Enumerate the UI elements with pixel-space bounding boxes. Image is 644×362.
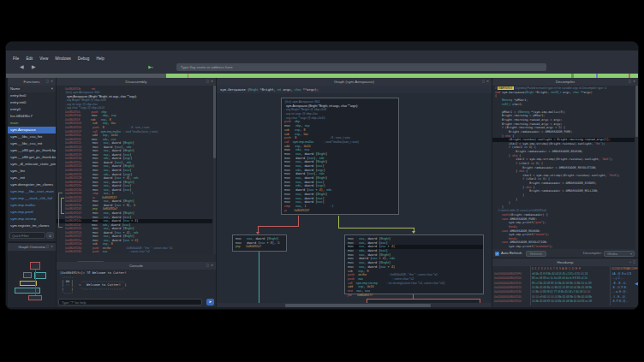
function-item[interactable]: entry.fini0 xyxy=(8,92,56,99)
quick-filter-input[interactable] xyxy=(9,232,45,239)
function-item[interactable]: sym.__libc_csu_fini xyxy=(8,134,56,140)
function-item[interactable]: fcn.080490c7 xyxy=(8,113,56,120)
graph-title: Graph (sym.Aeropause) xyxy=(334,80,374,84)
console-title: Console xyxy=(129,264,143,268)
check-icon: ✓ xyxy=(496,252,498,256)
dock-close-icon[interactable]: ✕ xyxy=(210,264,214,267)
dock-close-icon[interactable]: ✕ xyxy=(50,80,54,83)
graph-overview-title-bar[interactable]: Graph Overview ◻✕ xyxy=(8,243,56,251)
auto-refresh-label: Auto Refresh xyxy=(501,249,522,258)
function-item[interactable]: sym.deregister_tm_clones xyxy=(8,181,56,188)
hexdump-title-bar[interactable]: Hexdump +◻ xyxy=(492,258,638,266)
minimap-edge xyxy=(35,270,36,295)
functions-name-header[interactable]: Name ▾ xyxy=(8,86,56,92)
function-item[interactable]: entry.init0 xyxy=(8,99,56,106)
graph-node-false-branch[interactable]: mov eax, dword [Bright]mov dword [eax + … xyxy=(232,234,287,252)
function-item[interactable]: sym.register_tm_clones xyxy=(8,223,56,229)
chevron-down-icon: ▾ xyxy=(152,66,153,69)
dock-tabs-bar: SectionsDisassemblyDashboardStringsImpor… xyxy=(57,254,216,262)
filter-icon[interactable]: ▾ xyxy=(51,86,53,92)
graph-node-compare[interactable]: mov eax, dword [Bright]mov eax, dword [e… xyxy=(344,234,484,294)
chevron-down-icon: ▾ xyxy=(630,252,632,257)
graph-dock: Graph (sym.Aeropause) ◻✕ sym.Aeropause (… xyxy=(217,78,492,307)
function-item[interactable]: sym._dl_relocate_static_pie xyxy=(8,161,56,168)
hexdump-ascii-header: 0123456789ABCDEF xyxy=(611,267,638,271)
hexdump-table[interactable]: 0 1 2 3 4 5 6 7 8 9 A B C D E F 01234567… xyxy=(492,266,638,307)
console-title-bar[interactable]: Console ◻✕ xyxy=(57,262,216,270)
screen: FileEditViewWindowsDebugHelp ◀ ▶ ▶▾ Func… xyxy=(0,0,644,362)
decompiler-line[interactable]: sym.imp.printf("revolution"); xyxy=(495,245,635,249)
send-arrow-icon: ➤ xyxy=(209,300,212,304)
jump-arrow-line xyxy=(58,193,59,227)
decompiler-select[interactable]: Ghidra ▾ xyxy=(604,251,635,257)
dock-float-icon[interactable]: ◻ xyxy=(632,260,636,264)
graph-overview-minimap[interactable] xyxy=(8,251,56,307)
graph-node-entry[interactable]: ;(fcn) sym.Aeropause 364 sym.Aeropause (… xyxy=(281,98,399,215)
hexdump-row[interactable]: 0x000000000804925010 8b 45 08 89 50 04 8… xyxy=(492,300,638,304)
dock-close-icon[interactable]: ✕ xyxy=(632,80,636,83)
function-item[interactable]: sym.imp.__stack_chk_fail xyxy=(8,195,56,202)
graph-node-line[interactable]: jmp 0x80492a7 xyxy=(236,245,283,249)
function-item[interactable]: sym.imp.strcmp xyxy=(8,216,56,223)
function-item[interactable]: sym.imp.malloc xyxy=(8,202,56,209)
quick-filter-options-button[interactable]: ≣ xyxy=(46,232,54,239)
function-item[interactable]: sym.imp.printf xyxy=(8,209,56,216)
minimap-node xyxy=(20,281,37,286)
function-item[interactable]: main xyxy=(8,120,56,127)
start-debug-button[interactable]: ▶▾ xyxy=(143,63,158,71)
graph-edge-true xyxy=(338,216,339,228)
toolbar: ◀ ▶ ▶▾ xyxy=(6,61,639,74)
back-button[interactable]: ◀ xyxy=(20,63,24,71)
functions-title: Functions xyxy=(23,80,39,84)
menu-bar: FileEditViewWindowsDebugHelp xyxy=(6,50,639,61)
disassembly-scrollbar[interactable] xyxy=(213,86,216,254)
jump-arrow-line xyxy=(58,193,63,193)
function-item[interactable]: sym.__x86.get_pc_thunk.bp xyxy=(8,147,56,154)
graph-overview-dock: Graph Overview ◻✕ xyxy=(8,243,56,307)
disassembly-title-bar[interactable]: Disassembly ◻✕ xyxy=(57,78,216,86)
graph-hscrollbar[interactable] xyxy=(217,303,492,307)
minimap-node xyxy=(28,295,42,300)
functions-title-bar[interactable]: Functions ◻✕ xyxy=(8,78,56,86)
dock-close-icon[interactable]: ✕ xyxy=(50,245,54,248)
function-item[interactable]: entry0 xyxy=(8,106,56,113)
forward-button[interactable]: ▶ xyxy=(32,63,36,71)
decompiler-controls: ✓ Auto Refresh Refresh Decompiler: Ghidr… xyxy=(492,249,638,258)
disassembly-listing: 0x080491fb ret;(fcn) sym.Aeropause 364 s… xyxy=(57,86,212,254)
graph-canvas[interactable]: ;(fcn) sym.Aeropause 364 sym.Aeropause (… xyxy=(217,93,492,303)
hexdump-dock: Hexdump +◻ 0 1 2 3 4 5 6 7 8 9 A B C D E… xyxy=(492,258,638,307)
disassembly-title: Disassembly xyxy=(126,80,147,84)
function-item[interactable]: sym.__libc_csu_init xyxy=(8,140,56,147)
console-input[interactable] xyxy=(58,299,202,306)
jump-arrow-line xyxy=(61,198,62,214)
decompiler-title: Decompiler xyxy=(556,80,575,84)
decompiler-scrollbar[interactable] xyxy=(635,86,638,249)
graph-title-bar[interactable]: Graph (sym.Aeropause) ◻✕ xyxy=(217,78,492,86)
dock-close-icon[interactable]: ✕ xyxy=(486,80,490,83)
graph-overview-title: Graph Overview xyxy=(18,245,45,249)
function-item[interactable]: sym.__x86.get_pc_thunk.bx xyxy=(8,154,56,161)
decompiler-title-bar[interactable]: Decompiler ◻✕ xyxy=(492,78,638,86)
refresh-button[interactable]: Refresh xyxy=(526,251,546,257)
function-item[interactable]: sym._init xyxy=(8,175,56,181)
window-titlebar[interactable] xyxy=(6,42,639,50)
function-item[interactable]: sym.Aeropause xyxy=(8,127,56,134)
hexdump-title: Hexdump xyxy=(558,260,574,264)
decompiler-selector-label: Decompiler: xyxy=(583,249,602,258)
graph-edge-jump xyxy=(259,250,259,303)
function-item[interactable]: sym.imp.__libc_start_main xyxy=(8,188,56,195)
graph-function-signature: sym.Aeropause (Bright *Bright, int argc,… xyxy=(217,86,492,93)
console-output: [0x080491fc]> ?E Welcome to Cutter! .---… xyxy=(60,271,127,296)
function-item[interactable]: sym._fini xyxy=(8,168,56,175)
graph-node-line[interactable]: jne 0x8049277 xyxy=(348,294,480,298)
auto-refresh-checkbox[interactable]: ✓ xyxy=(495,252,499,256)
omnibar-input[interactable] xyxy=(176,63,546,71)
jump-arrow-line xyxy=(58,227,63,228)
decompiler-code: // WARNING: [r2ghidra] Failed to match t… xyxy=(492,86,635,249)
minimap-node xyxy=(15,288,40,294)
hexdump-byte-header: 0 1 2 3 4 5 6 7 8 9 A B C D E F xyxy=(532,267,581,271)
graph-node-line[interactable]: ja 0x8049247 xyxy=(284,209,396,213)
console-send-button[interactable]: ➤ xyxy=(206,299,214,306)
dock-area: Functions ◻✕ Name ▾ entry.fini0entry.ini… xyxy=(6,78,639,310)
dock-close-icon[interactable]: ✕ xyxy=(210,80,214,83)
